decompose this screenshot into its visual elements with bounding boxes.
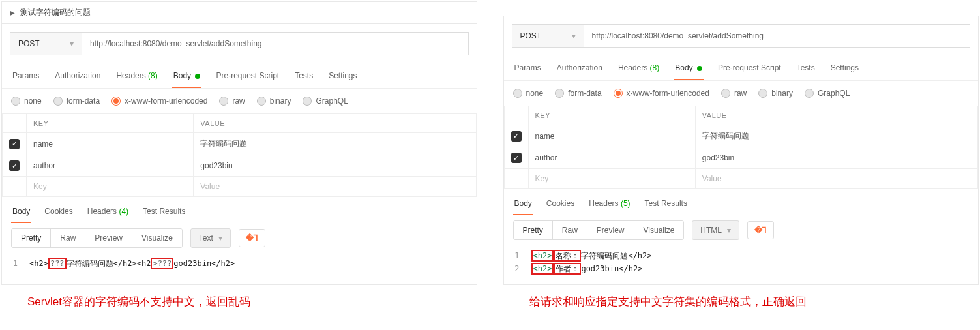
headers-count: (4) — [119, 207, 128, 216]
rtab-test-results[interactable]: Test Results — [644, 196, 689, 215]
checkbox-icon[interactable]: ✓ — [9, 139, 20, 149]
tab-body[interactable]: Body — [674, 59, 704, 80]
request-name-row[interactable]: ▶ 测试字符编码的问题 — [2, 2, 477, 24]
cell-value-placeholder[interactable]: Value — [695, 169, 977, 189]
btn-raw[interactable]: Raw — [553, 221, 587, 239]
response-body[interactable]: 1 <h2>名称：字符编码问题</h2> 2 <h2>作者：god23bin</… — [504, 245, 979, 284]
table-row-empty[interactable]: KeyValue — [504, 169, 978, 189]
rtab-headers[interactable]: Headers (5) — [587, 196, 631, 215]
checkbox-icon[interactable]: ✓ — [511, 131, 522, 142]
checkbox-icon[interactable]: ✓ — [9, 160, 20, 171]
dot-icon — [195, 74, 200, 79]
caption-right: 给请求和响应指定支持中文字符集的编码格式，正确返回 — [503, 294, 979, 309]
btn-raw[interactable]: Raw — [51, 229, 85, 247]
table-row-empty[interactable]: KeyValue — [3, 177, 477, 197]
radio-binary[interactable]: binary — [257, 97, 291, 106]
tab-tests[interactable]: Tests — [293, 67, 314, 88]
btn-preview[interactable]: Preview — [85, 229, 132, 247]
radio-raw[interactable]: raw — [721, 89, 747, 98]
line-number: 1 — [11, 257, 18, 270]
postman-panel-right: POST ▾ Params Authorization Headers (8) … — [503, 16, 979, 285]
btn-preview[interactable]: Preview — [587, 221, 634, 239]
rtab-headers[interactable]: Headers (4) — [86, 203, 130, 223]
wrap-button[interactable]: �⅂ — [747, 221, 774, 239]
request-tabs: Params Authorization Headers (8) Body Pr… — [504, 55, 979, 81]
format-select[interactable]: HTML ▾ — [692, 220, 739, 240]
table-row[interactable]: ✓authorgod23bin — [504, 147, 978, 169]
radio-form-data[interactable]: form-data — [555, 89, 601, 98]
line-number: 2 — [513, 262, 520, 275]
tab-prerequest[interactable]: Pre-request Script — [717, 59, 782, 80]
method-label: POST — [18, 39, 40, 48]
rtab-test-results[interactable]: Test Results — [141, 203, 186, 223]
btn-visualize[interactable]: Visualize — [132, 229, 182, 247]
wrap-button[interactable]: �⅂ — [239, 229, 265, 247]
tab-params[interactable]: Params — [513, 59, 542, 80]
cell-value[interactable]: 字符编码问题 — [194, 133, 476, 155]
radio-icon — [53, 97, 63, 106]
tab-authorization[interactable]: Authorization — [53, 67, 102, 88]
dot-icon — [697, 66, 702, 71]
tab-headers[interactable]: Headers (8) — [617, 59, 661, 80]
view-mode-group: Pretty Raw Preview Visualize — [11, 228, 183, 248]
cell-key[interactable]: author — [528, 147, 695, 169]
tab-prerequest[interactable]: Pre-request Script — [215, 67, 280, 88]
radio-binary[interactable]: binary — [758, 89, 793, 98]
cell-key[interactable]: author — [27, 155, 194, 177]
cell-key-placeholder[interactable]: Key — [528, 169, 695, 189]
view-mode-group: Pretty Raw Preview Visualize — [513, 220, 685, 240]
radio-none[interactable]: none — [513, 89, 544, 98]
cell-value[interactable]: god23bin — [695, 147, 977, 169]
radio-graphql[interactable]: GraphQL — [805, 89, 850, 98]
table-row[interactable]: ✓name字符编码问题 — [3, 133, 477, 155]
cell-key[interactable]: name — [27, 133, 194, 155]
headers-count: (8) — [148, 71, 158, 80]
tab-settings[interactable]: Settings — [829, 59, 860, 80]
radio-raw[interactable]: raw — [219, 97, 245, 106]
cell-value-placeholder[interactable]: Value — [194, 177, 476, 197]
radio-urlencoded[interactable]: x-www-form-urlencoded — [614, 89, 709, 98]
radio-icon — [303, 97, 312, 106]
format-select[interactable]: Text ▾ — [190, 228, 231, 248]
tab-settings[interactable]: Settings — [327, 67, 358, 88]
tab-tests[interactable]: Tests — [795, 59, 816, 80]
method-select[interactable]: POST ▾ — [512, 25, 584, 47]
code-text: <h2>???字符编码问题</h2><h2>???god23bin</h2> — [29, 257, 235, 270]
radio-graphql[interactable]: GraphQL — [303, 97, 348, 106]
rtab-body[interactable]: Body — [11, 203, 31, 223]
btn-pretty[interactable]: Pretty — [12, 229, 51, 247]
cell-value[interactable]: 字符编码问题 — [695, 125, 977, 147]
method-select[interactable]: POST ▾ — [10, 33, 82, 55]
url-input[interactable] — [82, 33, 468, 55]
radio-urlencoded[interactable]: x-www-form-urlencoded — [111, 97, 207, 106]
radio-none[interactable]: none — [11, 97, 42, 106]
tab-params[interactable]: Params — [11, 67, 40, 88]
caption-left: Servlet容器的字符编码不支持中文，返回乱码 — [1, 294, 477, 309]
tab-headers[interactable]: Headers (8) — [115, 67, 158, 88]
highlight-box: ??? — [48, 258, 67, 269]
th-key: KEY — [528, 106, 695, 125]
table-row[interactable]: ✓name字符编码问题 — [504, 125, 978, 147]
rtab-cookies[interactable]: Cookies — [43, 203, 74, 223]
highlight-box: <h2> — [531, 263, 554, 275]
tab-body[interactable]: Body — [172, 67, 202, 88]
cell-key[interactable]: name — [528, 125, 695, 147]
cell-value[interactable]: god23bin — [194, 155, 476, 177]
rtab-body[interactable]: Body — [513, 196, 533, 215]
tab-authorization[interactable]: Authorization — [556, 59, 604, 80]
rtab-cookies[interactable]: Cookies — [545, 196, 576, 215]
url-input[interactable] — [584, 25, 970, 47]
btn-pretty[interactable]: Pretty — [514, 221, 553, 239]
cell-key-placeholder[interactable]: Key — [27, 177, 194, 197]
response-toolbar: Pretty Raw Preview Visualize HTML ▾ �⅂ — [504, 215, 979, 245]
table-row[interactable]: ✓authorgod23bin — [3, 155, 477, 177]
th-key: KEY — [27, 114, 194, 133]
checkbox-icon[interactable]: ✓ — [511, 153, 522, 163]
btn-visualize[interactable]: Visualize — [634, 221, 684, 239]
cursor — [235, 259, 235, 268]
radio-form-data[interactable]: form-data — [53, 97, 100, 106]
radio-icon — [11, 97, 20, 106]
chevron-down-icon: ▾ — [218, 233, 222, 243]
wrap-icon: �⅂ — [754, 226, 767, 235]
response-body[interactable]: 1 <h2>???字符编码问题</h2><h2>???god23bin</h2> — [2, 253, 477, 279]
